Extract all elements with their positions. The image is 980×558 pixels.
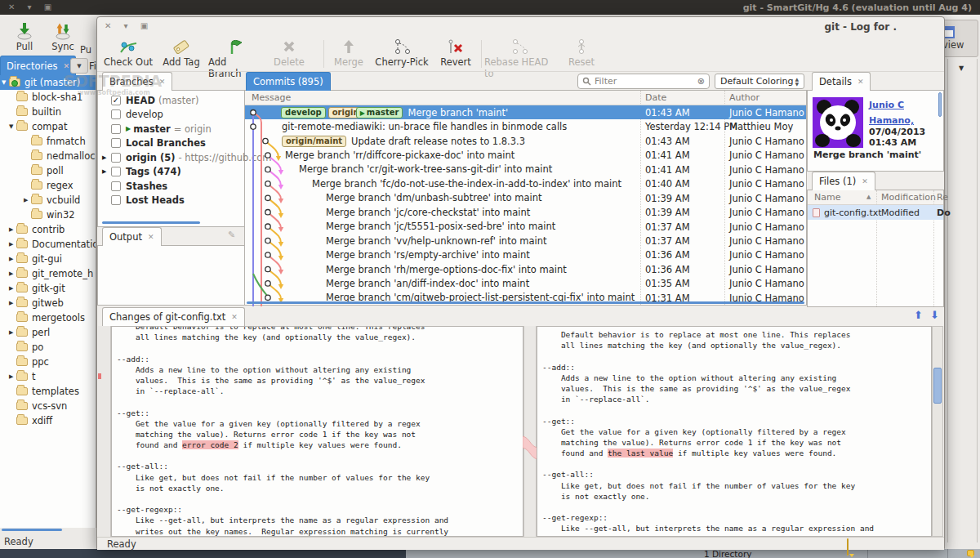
close-icon[interactable]: ✕ [858, 78, 864, 86]
commit-row[interactable]: Merge branch 'rr/diffcore-pickaxe-doc' i… [245, 148, 806, 162]
commit-row[interactable]: Merge branch 'cr/git-work-tree-sans-git-… [245, 163, 806, 176]
commit-row[interactable]: Merge branch 'fc/do-not-use-the-index-in… [245, 176, 806, 190]
chevron-icon[interactable]: ▶ [9, 241, 16, 248]
tree-item-repo-root[interactable]: ▼ git (master) [0, 75, 96, 90]
diff-left-pane[interactable]: Default behavior is to replace at most o… [111, 326, 523, 537]
tree-item[interactable]: ▶ vcbuild [0, 193, 96, 208]
tree-item[interactable]: regex [0, 178, 96, 193]
merge-button[interactable]: Merge [326, 38, 372, 68]
chevron-down-icon[interactable]: ▼ [959, 65, 964, 72]
diff-vscrollbar-track[interactable] [932, 326, 943, 537]
commit-row[interactable]: Merge branch 'jc/t5551-posix-sed-bre' in… [245, 220, 806, 234]
chevron-icon[interactable]: ▶ [9, 270, 16, 277]
tree-item[interactable]: ▶ contrib [0, 222, 96, 237]
tree-item[interactable]: win32 [0, 208, 96, 222]
tab-files[interactable]: Files (1)✕ [812, 172, 875, 190]
branches-hscrollbar[interactable] [102, 221, 200, 224]
branch-item[interactable]: Local Branches [98, 136, 243, 151]
filter-input[interactable] [595, 76, 697, 87]
commit-row[interactable]: git-remote-mediawiki: un-brace file hand… [245, 119, 806, 133]
branch-item[interactable]: develop [98, 108, 243, 123]
column-message[interactable]: Message [252, 92, 291, 103]
push-button-partial[interactable]: Pu [80, 44, 96, 56]
sync-button[interactable]: Sync [45, 20, 81, 52]
chevron-icon[interactable]: ▶ [9, 226, 16, 233]
tree-item[interactable]: builtin [0, 105, 96, 119]
log-window-controls[interactable]: ✕ ▾ ▣ [105, 21, 153, 30]
close-icon[interactable]: ✕ [63, 62, 69, 70]
commit-row[interactable]: origin/maint Update draft release notes … [245, 134, 806, 148]
checkbox[interactable] [111, 124, 121, 134]
column-date[interactable]: Date [645, 92, 666, 103]
filter-field[interactable]: ⊗ [577, 74, 710, 89]
tree-item[interactable]: ▶ perl [0, 325, 96, 340]
checkbox[interactable] [111, 153, 121, 163]
commit-row[interactable]: Merge branch 'dm/unbash-subtree' into ma… [245, 191, 806, 205]
tree-item[interactable]: xdiff [0, 413, 96, 428]
previous-change-icon[interactable]: ⬆ [914, 309, 923, 321]
reset-button[interactable]: Reset [559, 38, 604, 68]
commit-row[interactable]: Merge branch 'jc/core-checkstat' into ma… [245, 205, 806, 219]
tree-item[interactable]: po [0, 340, 96, 355]
sidebar-hscrollbar[interactable] [2, 529, 62, 531]
close-icon[interactable]: ✕ [231, 313, 238, 321]
commit-row[interactable]: Merge branch 'an/diff-index-doc' into ma… [245, 276, 806, 290]
tab-directories[interactable]: Directories ✕ [0, 56, 76, 75]
tree-item[interactable]: mergetools [0, 310, 96, 325]
tab-changes[interactable]: Changes of git-config.txt✕ [102, 307, 245, 326]
coloring-select[interactable]: Default Coloring ▲▼ [715, 74, 804, 89]
delete-button[interactable]: Delete [264, 38, 314, 68]
checkbox[interactable] [111, 138, 121, 148]
tree-item[interactable]: block-sha1 [0, 90, 96, 105]
next-change-icon[interactable]: ⬇ [930, 309, 939, 321]
tab-branches[interactable]: Branches✕ [102, 72, 172, 91]
chevron-icon[interactable]: ▶ [9, 329, 16, 336]
branch-label-develop[interactable]: develop [281, 107, 326, 118]
commit-row[interactable]: Merge branch 'rh/merge-options-doc-fix' … [245, 262, 806, 276]
close-icon[interactable]: ✕ [862, 177, 868, 185]
diff-right-pane[interactable]: Default behavior is to replace at most o… [537, 326, 932, 537]
tree-item[interactable]: nedmalloc [0, 149, 96, 163]
tree-item[interactable]: ▼ compat [0, 119, 96, 134]
chevron-icon[interactable]: ▶ [24, 197, 31, 203]
checkbox[interactable] [111, 109, 121, 119]
add-tag-button[interactable]: Add Tag [156, 38, 207, 68]
tab-output[interactable]: Output✕ [102, 227, 162, 246]
tree-item[interactable]: vcs-svn [0, 399, 96, 413]
tree-item[interactable]: fnmatch [0, 134, 96, 149]
clear-filter-icon[interactable]: ⊗ [697, 76, 705, 87]
column-author[interactable]: Author [729, 92, 760, 103]
tree-item[interactable]: ▶ Documentation [0, 237, 96, 252]
branch-item[interactable]: Stashes [98, 179, 243, 194]
tree-item[interactable]: ▶ gitk-git [0, 281, 96, 296]
cherry-pick-button[interactable]: Cherry-Pick [373, 38, 430, 68]
checkbox[interactable] [111, 167, 121, 176]
chevron-icon[interactable]: ▶ [9, 373, 16, 380]
tab-details[interactable]: Details✕ [812, 72, 871, 91]
tree-item[interactable]: ▶ gitweb [0, 296, 96, 310]
checkbox[interactable] [111, 181, 121, 191]
spinner-icons[interactable]: ▲▼ [795, 77, 799, 87]
branch-label-master[interactable]: master [356, 107, 403, 118]
chevron-icon[interactable]: ▶ [9, 285, 16, 292]
tree-item[interactable]: ▶ git_remote_h [0, 266, 96, 281]
chevron-icon[interactable]: ▶ [102, 168, 111, 175]
branch-item[interactable]: ▶ Tags (474) [98, 165, 243, 180]
column-name[interactable]: Name [814, 192, 840, 203]
files-tab-fragment[interactable]: Fi [89, 60, 96, 72]
diff-vscrollbar-thumb[interactable] [933, 368, 942, 404]
pull-button[interactable]: Pull [7, 20, 42, 52]
notification-icon[interactable] [967, 550, 974, 556]
clear-output-icon[interactable]: ✎ [228, 230, 235, 240]
branch-item[interactable]: Lost Heads [98, 194, 243, 208]
column-modification[interactable]: Modification [881, 192, 936, 203]
commit-row[interactable]: Merge branch 'vv/help-unknown-ref' into … [245, 234, 806, 248]
chevron-icon[interactable]: ▼ [9, 123, 16, 130]
chevron-icon[interactable]: ▶ [9, 256, 16, 262]
author-link[interactable]: Junio C Hamano, [869, 100, 914, 126]
file-row[interactable]: git-config.txt Modified Do [808, 205, 943, 220]
checkbox[interactable] [111, 195, 121, 205]
chevron-icon[interactable]: ▶ [102, 154, 111, 161]
commit-row[interactable]: Merge branch 'rs/empty-archive' into mai… [245, 248, 806, 261]
close-icon[interactable]: ✕ [159, 78, 166, 86]
